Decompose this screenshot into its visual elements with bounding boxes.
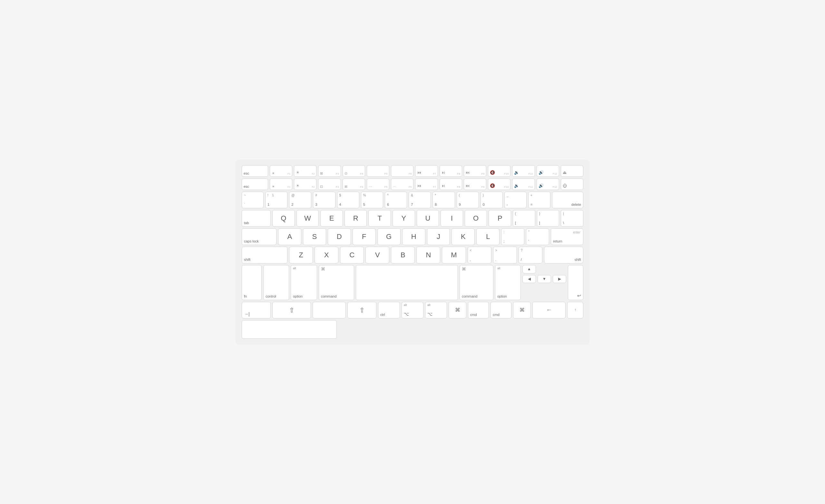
key-p[interactable]: P: [489, 210, 511, 227]
key-cmd2-sym-lower[interactable]: ⌘: [513, 302, 531, 319]
key-4[interactable]: $ 4: [337, 192, 359, 208]
key-m[interactable]: M: [442, 247, 466, 263]
key-i[interactable]: I: [441, 210, 463, 227]
key-space-lower1[interactable]: [313, 302, 346, 319]
key-space-upper[interactable]: [356, 265, 458, 300]
key-c[interactable]: C: [340, 247, 364, 263]
key-0[interactable]: ) 0: [480, 192, 503, 208]
key-f2-lower[interactable]: ☀ F2: [294, 178, 316, 190]
key-esc-upper[interactable]: esc: [242, 165, 268, 177]
key-b[interactable]: B: [391, 247, 415, 263]
key-l[interactable]: L: [476, 228, 500, 245]
key-semicolon[interactable]: : ;: [501, 228, 524, 245]
key-shift-icon-lower2[interactable]: ⇧: [348, 302, 376, 319]
key-f5-upper[interactable]: F5: [367, 165, 389, 177]
key-bracket-open[interactable]: { [: [513, 210, 535, 227]
key-cmd2-label-lower[interactable]: cmd: [491, 302, 511, 319]
key-capslock[interactable]: caps lock: [242, 228, 277, 245]
key-5[interactable]: % 5: [361, 192, 383, 208]
key-power-lower[interactable]: ⏻: [561, 178, 583, 190]
key-f4-upper[interactable]: ⊙ F4: [343, 165, 365, 177]
key-arrow-up-upper[interactable]: ▲: [522, 265, 536, 273]
key-f1-upper[interactable]: ☀ F1: [270, 165, 292, 177]
key-1[interactable]: ! 1 §: [265, 192, 288, 208]
key-a[interactable]: A: [278, 228, 301, 245]
key-f[interactable]: F: [353, 228, 376, 245]
key-f9-upper[interactable]: ⏭ F9: [464, 165, 486, 177]
key-delete[interactable]: delete: [552, 192, 583, 208]
key-quote[interactable]: " ': [526, 228, 549, 245]
key-enter[interactable]: enter return: [551, 228, 583, 245]
key-n[interactable]: N: [417, 247, 440, 263]
key-q[interactable]: Q: [272, 210, 295, 227]
key-tab[interactable]: tab: [242, 210, 271, 227]
key-shift-icon-lower1[interactable]: ⇧: [272, 302, 311, 319]
key-u[interactable]: U: [417, 210, 439, 227]
key-f10-upper[interactable]: 🔇 F10: [488, 165, 511, 177]
key-equals[interactable]: + =: [528, 192, 550, 208]
key-s[interactable]: S: [303, 228, 326, 245]
key-f12-lower[interactable]: 🔊 F12: [537, 178, 559, 190]
key-command-right-upper[interactable]: ⌘ command: [460, 265, 494, 300]
key-d[interactable]: D: [328, 228, 351, 245]
key-fn-upper[interactable]: fn: [242, 265, 262, 300]
key-eject-upper[interactable]: ⏏: [561, 165, 583, 177]
key-alt-lower2[interactable]: alt ⌥: [425, 302, 447, 319]
key-cmd-label-lower[interactable]: cmd: [468, 302, 489, 319]
key-y[interactable]: Y: [392, 210, 415, 227]
key-g[interactable]: G: [377, 228, 400, 245]
key-alt-option-upper[interactable]: alt option: [291, 265, 317, 300]
key-f3-upper[interactable]: ⊞ F3: [318, 165, 341, 177]
key-v[interactable]: V: [365, 247, 389, 263]
key-shift-left[interactable]: shift: [242, 247, 288, 263]
key-f1-lower[interactable]: ☀ F1: [270, 178, 292, 190]
key-f7-lower[interactable]: ⏮ F7: [415, 178, 438, 190]
key-h[interactable]: H: [402, 228, 425, 245]
key-spacebar-lower[interactable]: [242, 320, 337, 339]
key-k[interactable]: K: [451, 228, 475, 245]
key-up-arrow-lower[interactable]: ↑: [567, 302, 583, 319]
key-3[interactable]: # 3: [313, 192, 335, 208]
key-e[interactable]: E: [320, 210, 343, 227]
key-backslash[interactable]: | \: [561, 210, 583, 227]
key-f5-lower[interactable]: ⋯ F5: [367, 178, 389, 190]
key-f3-lower[interactable]: ⊡ F3: [318, 178, 341, 190]
key-return-right[interactable]: ↩: [568, 265, 583, 300]
key-esc-lower[interactable]: esc: [242, 178, 268, 190]
key-tab-arrow-lower[interactable]: →|: [242, 302, 271, 319]
key-alt-lower1[interactable]: alt ⌥: [401, 302, 424, 319]
key-alt-option-right-upper[interactable]: alt option: [495, 265, 521, 300]
key-f7-upper[interactable]: ⏮ F7: [415, 165, 438, 177]
key-6[interactable]: ^ 6: [385, 192, 407, 208]
key-slash[interactable]: ? /: [519, 247, 542, 263]
key-f10-lower[interactable]: 🔇 F10: [488, 178, 511, 190]
key-f6-upper[interactable]: F6: [391, 165, 414, 177]
key-9[interactable]: ( 9: [457, 192, 479, 208]
key-comma[interactable]: < ,: [468, 247, 492, 263]
key-f8-upper[interactable]: ⏯ F8: [440, 165, 462, 177]
key-f9-lower[interactable]: ⏭ F9: [464, 178, 486, 190]
key-f2-upper[interactable]: ☀ F2: [294, 165, 316, 177]
key-backtick[interactable]: ~ `: [242, 192, 264, 208]
key-minus[interactable]: _ -: [504, 192, 527, 208]
key-f11-upper[interactable]: 🔉 F11: [512, 165, 535, 177]
key-7[interactable]: & 7: [408, 192, 431, 208]
key-arrow-right-upper[interactable]: ▶: [553, 275, 566, 283]
key-bracket-close[interactable]: } ]: [537, 210, 559, 227]
key-f6-lower[interactable]: ⋯ F6: [391, 178, 414, 190]
key-back-arrow-lower[interactable]: ←: [532, 302, 566, 319]
key-f4-lower[interactable]: ⊞ F4: [343, 178, 365, 190]
key-period[interactable]: > .: [493, 247, 517, 263]
key-shift-right[interactable]: shift: [544, 247, 583, 263]
key-x[interactable]: X: [314, 247, 339, 263]
key-8[interactable]: * 8: [433, 192, 455, 208]
key-2[interactable]: @ 2: [289, 192, 311, 208]
key-arrow-down-upper[interactable]: ▼: [537, 275, 551, 283]
key-z[interactable]: Z: [289, 247, 313, 263]
key-control-upper[interactable]: control: [263, 265, 289, 300]
key-r[interactable]: R: [345, 210, 367, 227]
key-f12-upper[interactable]: 🔊 F12: [537, 165, 559, 177]
key-j[interactable]: J: [427, 228, 450, 245]
key-f11-lower[interactable]: 🔉 F11: [512, 178, 535, 190]
key-f8-lower[interactable]: ⏯ F8: [440, 178, 462, 190]
